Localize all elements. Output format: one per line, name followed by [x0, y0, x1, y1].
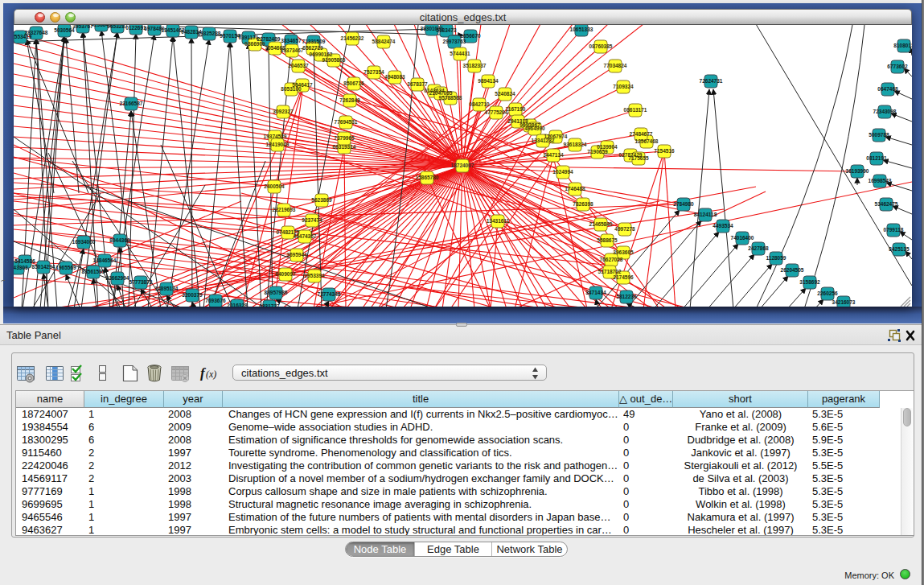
svg-text:12419049: 12419049 — [266, 142, 290, 147]
svg-text:95788568: 95788568 — [439, 95, 462, 101]
svg-text:23166587: 23166587 — [120, 101, 143, 106]
svg-text:16934060: 16934060 — [72, 239, 96, 245]
svg-text:9894134: 9894134 — [478, 78, 499, 84]
svg-text:16998543: 16998543 — [869, 178, 892, 183]
svg-text:47775204: 47775204 — [485, 109, 508, 115]
svg-text:21465840: 21465840 — [589, 221, 613, 227]
svg-text:7175655: 7175655 — [628, 155, 649, 161]
svg-text:66319314: 66319314 — [333, 144, 356, 150]
svg-text:0647468: 0647468 — [877, 86, 898, 92]
svg-text:27484677: 27484677 — [630, 131, 653, 137]
svg-text:2174596: 2174596 — [613, 274, 634, 280]
svg-text:5240824: 5240824 — [495, 91, 515, 97]
svg-text:46474367: 46474367 — [294, 233, 317, 239]
svg-text:22219693: 22219693 — [273, 207, 296, 212]
svg-text:85014294: 85014294 — [32, 264, 55, 270]
svg-text:53462475: 53462475 — [875, 201, 898, 207]
svg-text:83561595: 83561595 — [82, 269, 105, 274]
svg-text:36193990: 36193990 — [846, 168, 869, 174]
svg-text:72343098: 72343098 — [873, 109, 897, 114]
svg-text:5588675: 5588675 — [597, 237, 618, 243]
svg-text:6773602: 6773602 — [887, 64, 908, 69]
svg-text:4964990: 4964990 — [524, 126, 545, 131]
svg-text:12567468: 12567468 — [635, 138, 659, 144]
svg-text:12067974: 12067974 — [544, 134, 568, 139]
svg-text:1965569: 1965569 — [55, 265, 76, 270]
svg-text:89373467: 89373467 — [281, 47, 304, 53]
svg-text:9570154: 9570154 — [220, 33, 240, 39]
svg-text:3963605: 3963605 — [613, 249, 634, 255]
svg-text:5414586: 5414586 — [14, 258, 35, 264]
svg-text:7527354: 7527354 — [363, 69, 384, 75]
svg-text:21047095: 21047095 — [429, 90, 453, 96]
svg-text:74016400: 74016400 — [731, 235, 754, 241]
svg-text:13431611: 13431611 — [487, 218, 510, 224]
svg-text:7262849: 7262849 — [339, 97, 360, 103]
svg-text:3953394: 3953394 — [304, 273, 325, 278]
svg-text:0122691: 0122691 — [125, 25, 146, 31]
svg-text:26204505: 26204505 — [781, 267, 804, 273]
svg-text:3200379: 3200379 — [182, 292, 203, 298]
svg-text:14846564: 14846564 — [93, 257, 117, 263]
svg-text:2400504: 2400504 — [264, 183, 285, 189]
svg-text:5623869: 5623869 — [311, 197, 332, 203]
svg-text:14895134: 14895134 — [155, 286, 179, 291]
svg-text:6409097: 6409097 — [275, 271, 296, 277]
svg-text:3092327: 3092327 — [273, 109, 294, 114]
svg-text:8506716: 8506716 — [343, 80, 364, 86]
svg-text:4948083: 4948083 — [384, 74, 405, 80]
svg-text:3678377: 3678377 — [407, 81, 428, 87]
svg-text:1746488: 1746488 — [565, 186, 585, 192]
svg-text:7543303: 7543303 — [14, 265, 28, 270]
svg-text:0812191: 0812191 — [866, 155, 887, 161]
svg-text:4493534: 4493534 — [713, 223, 733, 229]
svg-text:57773872: 57773872 — [129, 279, 153, 285]
svg-text:77694531: 77694531 — [335, 119, 358, 125]
svg-text:5812236: 5812236 — [616, 294, 637, 299]
svg-text:3471434: 3471434 — [585, 290, 606, 295]
svg-text:7826398: 7826398 — [573, 201, 593, 207]
svg-text:91905865: 91905865 — [322, 57, 346, 63]
svg-text:93618324: 93618324 — [564, 142, 587, 147]
svg-text:0366909: 0366909 — [244, 41, 265, 47]
svg-text:(x): (x) — [206, 369, 216, 380]
svg-text:84124118: 84124118 — [694, 212, 717, 217]
svg-text:1167190: 1167190 — [506, 106, 526, 112]
svg-text:3834657: 3834657 — [281, 38, 302, 43]
svg-text:5744431: 5744431 — [450, 51, 470, 56]
svg-text:7379965: 7379965 — [334, 135, 355, 141]
svg-text:2016328: 2016328 — [227, 303, 248, 307]
svg-text:0842710: 0842710 — [469, 101, 490, 107]
svg-text:9653287: 9653287 — [107, 25, 128, 29]
svg-text:76627028: 76627028 — [600, 257, 623, 262]
svg-text:1656670: 1656670 — [460, 33, 481, 39]
svg-text:34216073: 34216073 — [832, 299, 856, 305]
svg-text:5183473: 5183473 — [436, 27, 457, 33]
svg-text:19374529: 19374529 — [264, 134, 287, 139]
svg-text:2427868: 2427868 — [748, 245, 769, 251]
svg-text:35182337: 35182337 — [463, 63, 487, 68]
svg-text:7693676: 7693676 — [205, 298, 226, 303]
svg-text:7109324: 7109324 — [613, 84, 634, 89]
svg-text:21456232: 21456232 — [341, 35, 364, 41]
svg-text:5009788: 5009788 — [869, 132, 889, 138]
svg-text:29973763: 29973763 — [443, 39, 466, 44]
svg-text:1128059: 1128059 — [766, 255, 786, 261]
svg-text:9237474: 9237474 — [302, 217, 322, 223]
svg-text:2784980: 2784980 — [673, 201, 694, 207]
svg-text:4997278: 4997278 — [614, 226, 635, 232]
svg-text:3695944: 3695944 — [286, 252, 307, 257]
svg-text:0139904: 0139904 — [597, 144, 618, 150]
svg-text:8044369: 8044369 — [109, 237, 130, 243]
svg-text:72624731: 72624731 — [700, 78, 723, 84]
svg-text:8108013: 8108013 — [893, 43, 912, 48]
svg-text:8425135: 8425135 — [889, 246, 910, 252]
svg-text:71331509: 71331509 — [302, 39, 326, 44]
svg-text:77034824: 77034824 — [604, 63, 627, 68]
svg-text:0391171: 0391171 — [239, 35, 259, 40]
svg-text:8053100: 8053100 — [281, 86, 302, 92]
svg-text:2046537: 2046537 — [288, 63, 309, 68]
svg-text:6562729: 6562729 — [302, 45, 323, 51]
svg-text:72774348: 72774348 — [318, 291, 341, 297]
svg-text:1024994: 1024994 — [552, 169, 573, 175]
